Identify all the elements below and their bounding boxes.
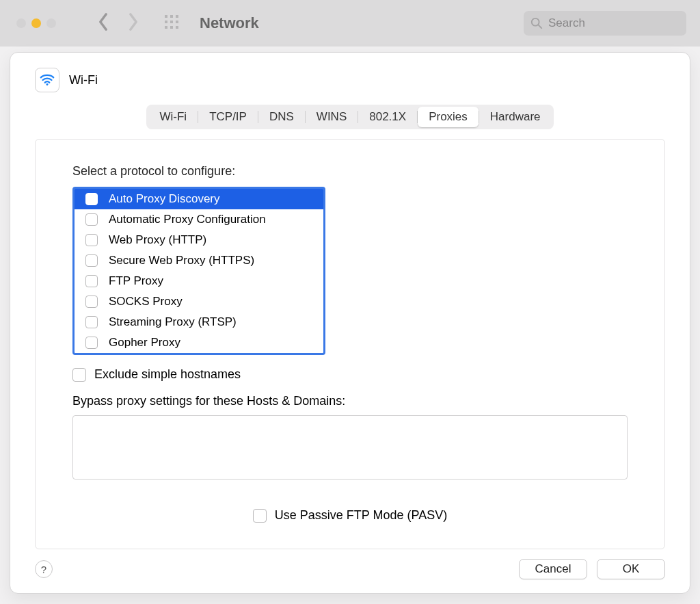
- exclude-simple-hostnames-label: Exclude simple hostnames: [94, 367, 241, 382]
- protocol-list[interactable]: Auto Proxy DiscoveryAutomatic Proxy Conf…: [72, 187, 325, 355]
- window-title: Network: [200, 14, 259, 32]
- svg-point-9: [532, 18, 539, 26]
- protocol-checkbox[interactable]: [85, 316, 98, 328]
- cancel-button[interactable]: Cancel: [519, 559, 587, 579]
- protocol-row-ftp-proxy[interactable]: FTP Proxy: [75, 271, 323, 291]
- bypass-textarea[interactable]: [72, 415, 628, 480]
- tab-proxies[interactable]: Proxies: [418, 107, 479, 127]
- protocol-label: Streaming Proxy (RTSP): [109, 315, 237, 329]
- protocol-checkbox[interactable]: [85, 296, 98, 308]
- svg-rect-0: [165, 15, 167, 18]
- tabs: Wi-FiTCP/IPDNSWINS802.1XProxiesHardware: [146, 105, 553, 129]
- tab-tcpip[interactable]: TCP/IP: [198, 107, 258, 127]
- back-button[interactable]: [97, 12, 109, 34]
- protocol-label: Secure Web Proxy (HTTPS): [109, 254, 254, 267]
- bypass-label: Bypass proxy settings for these Hosts & …: [72, 394, 628, 408]
- protocol-checkbox[interactable]: [85, 337, 98, 349]
- system-preferences-window: Network Search Wi-Fi Wi-FiTCP/IPD: [0, 0, 700, 604]
- close-window-button[interactable]: [16, 18, 26, 28]
- svg-rect-7: [170, 26, 173, 29]
- zoom-window-button[interactable]: [46, 18, 56, 28]
- interface-name: Wi-Fi: [69, 73, 98, 88]
- proxies-panel: Select a protocol to configure: Auto Pro…: [35, 139, 665, 549]
- settings-sheet: Wi-Fi Wi-FiTCP/IPDNSWINS802.1XProxiesHar…: [10, 52, 690, 594]
- protocol-label: FTP Proxy: [109, 274, 163, 288]
- nav-arrows: [97, 12, 139, 34]
- grid-icon: [164, 14, 179, 29]
- svg-line-10: [539, 25, 542, 29]
- titlebar: Network Search: [0, 0, 700, 47]
- tab-hardware[interactable]: Hardware: [479, 107, 552, 127]
- search-icon: [530, 17, 543, 29]
- protocol-row-socks-proxy[interactable]: SOCKS Proxy: [75, 291, 323, 312]
- svg-rect-4: [170, 21, 173, 23]
- protocol-label: Auto Proxy Discovery: [109, 192, 220, 206]
- passive-ftp-row[interactable]: Use Passive FTP Mode (PASV): [253, 508, 447, 523]
- search-placeholder: Search: [548, 16, 585, 30]
- svg-rect-3: [165, 21, 167, 23]
- protocol-row-automatic-proxy-configuration[interactable]: Automatic Proxy Configuration: [75, 209, 323, 230]
- protocol-checkbox[interactable]: [85, 234, 98, 246]
- forward-button[interactable]: [127, 12, 139, 34]
- passive-ftp-checkbox[interactable]: [253, 509, 267, 523]
- svg-rect-1: [170, 15, 173, 18]
- protocol-label: SOCKS Proxy: [109, 295, 183, 308]
- search-field[interactable]: Search: [524, 11, 686, 36]
- svg-rect-5: [176, 21, 178, 23]
- window-controls: [16, 18, 56, 28]
- protocol-row-gopher-proxy[interactable]: Gopher Proxy: [75, 332, 323, 353]
- protocol-label: Gopher Proxy: [109, 336, 180, 350]
- protocol-checkbox[interactable]: [85, 254, 98, 267]
- chevron-left-icon: [97, 12, 109, 31]
- tab-wins[interactable]: WINS: [306, 107, 358, 127]
- show-all-button[interactable]: [164, 14, 179, 32]
- sheet-header: Wi-Fi: [35, 68, 665, 92]
- protocol-section-label: Select a protocol to configure:: [72, 164, 628, 179]
- protocol-checkbox[interactable]: [85, 275, 98, 287]
- ok-button[interactable]: OK: [597, 559, 665, 579]
- exclude-simple-hostnames-checkbox[interactable]: [72, 368, 86, 382]
- minimize-window-button[interactable]: [31, 18, 41, 28]
- protocol-row-streaming-proxy-rtsp[interactable]: Streaming Proxy (RTSP): [75, 312, 323, 332]
- protocol-checkbox[interactable]: [85, 193, 98, 205]
- wifi-icon: [40, 73, 55, 88]
- passive-ftp-label: Use Passive FTP Mode (PASV): [275, 508, 447, 523]
- tab-wifi[interactable]: Wi-Fi: [148, 107, 198, 127]
- chevron-right-icon: [127, 12, 139, 31]
- protocol-row-auto-proxy-discovery[interactable]: Auto Proxy Discovery: [75, 189, 323, 209]
- help-button[interactable]: ?: [35, 560, 53, 578]
- protocol-label: Web Proxy (HTTP): [109, 233, 206, 247]
- interface-icon-badge: [35, 68, 59, 92]
- svg-rect-2: [176, 15, 178, 18]
- tab-dns[interactable]: DNS: [258, 107, 305, 127]
- protocol-row-secure-web-proxy-https[interactable]: Secure Web Proxy (HTTPS): [75, 250, 323, 271]
- svg-rect-8: [176, 26, 178, 29]
- tab-8021x[interactable]: 802.1X: [358, 107, 417, 127]
- svg-rect-6: [165, 26, 167, 29]
- sheet-footer: ? Cancel OK: [35, 559, 665, 579]
- protocol-checkbox[interactable]: [85, 213, 98, 226]
- exclude-simple-hostnames-row[interactable]: Exclude simple hostnames: [72, 367, 628, 382]
- protocol-label: Automatic Proxy Configuration: [109, 213, 266, 226]
- svg-point-11: [46, 83, 49, 86]
- protocol-row-web-proxy-http[interactable]: Web Proxy (HTTP): [75, 230, 323, 250]
